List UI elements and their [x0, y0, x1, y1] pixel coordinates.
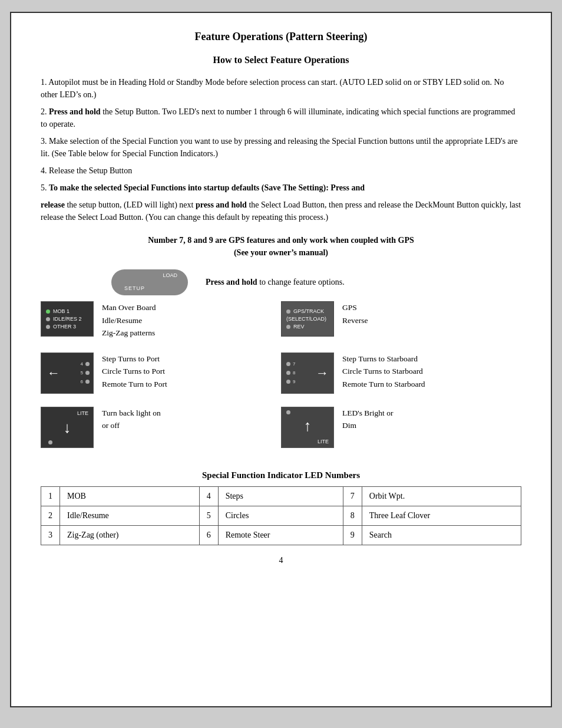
indicator-title: Special Function Indicator LED Numbers	[41, 470, 521, 480]
other-label: OTHER 3	[53, 324, 76, 330]
mob-button-box: MOB 1 IDLE/RES 2 OTHER 3	[41, 301, 94, 337]
table-row-1: 1 MOB 4 Steps 7 Orbit Wpt.	[41, 486, 521, 506]
mob-row: MOB 1	[46, 308, 88, 314]
feature-right-led-bright: ↑ LITE LED's Bright orDim	[281, 407, 521, 448]
starboard-dots: 7 8 9	[286, 361, 295, 384]
port-led-6	[85, 380, 90, 384]
cell-7-num: 7	[343, 486, 362, 506]
step-3-num: 3.	[41, 137, 47, 146]
port-dot-5-label: 5	[81, 370, 83, 375]
table-row-2: 2 Idle/Resume 5 Circles 8 Three Leaf Clo…	[41, 506, 521, 525]
stbd-led-9	[286, 380, 290, 384]
gpstrack-row: GPS/TRACK	[286, 308, 329, 314]
page-title: Feature Operations (Pattern Steering)	[41, 31, 521, 43]
step-5: 5. To make the selected Special Function…	[41, 182, 521, 194]
mob-led	[46, 309, 50, 314]
port-dots: 4 5 6	[81, 361, 90, 384]
step-3: 3. Make selection of the Special Functio…	[41, 135, 521, 160]
gps-note: Number 7, 8 and 9 are GPS features and o…	[41, 234, 521, 259]
cell-7-val: Orbit Wpt.	[362, 486, 521, 506]
cell-3-num: 3	[41, 525, 60, 545]
step-5-release: release	[41, 200, 65, 209]
feature-row-3: LITE ↓ Turn back light onor off ↑ LITE	[41, 407, 521, 448]
setup-button-image: LOAD SETUP	[111, 269, 188, 295]
stbd-led-7	[286, 362, 290, 366]
feature-right-starboard: 7 8 9 → Step Turns to Starbo	[281, 353, 521, 394]
selectload-row: (SELECT/LOAD)	[286, 316, 329, 322]
up-arrow-icon: ↑	[304, 417, 312, 435]
cell-4-num: 4	[199, 486, 218, 506]
rev-row: REV	[286, 324, 329, 330]
cell-9-num: 9	[343, 525, 362, 545]
rev-label: REV	[293, 324, 305, 330]
mob-label: MOB 1	[53, 308, 70, 314]
setup-label: SETUP	[124, 285, 145, 291]
rev-led	[286, 325, 290, 329]
step-5-text-after: the setup button, (LED will light) next	[67, 200, 196, 209]
features-grid: MOB 1 IDLE/RES 2 OTHER 3 Man Over BoardI…	[41, 301, 521, 461]
cell-4-val: Steps	[218, 486, 343, 506]
table-row-3: 3 Zig-Zag (other) 6 Remote Steer 9 Searc…	[41, 525, 521, 545]
cell-2-val: Idle/Resume	[60, 506, 200, 525]
port-button-box: ← 4 5 6	[41, 353, 94, 394]
section-title: How to Select Feature Operations	[41, 55, 521, 65]
bright-led-dot	[286, 410, 290, 414]
step-4-text: Release the Setup Button	[49, 166, 132, 175]
cell-3-val: Zig-Zag (other)	[60, 525, 200, 545]
port-led-4	[85, 362, 90, 366]
cell-6-val: Remote Steer	[218, 525, 343, 545]
idle-row: IDLE/RES 2	[46, 316, 88, 322]
gps-feature-text: GPSReverse	[342, 301, 368, 327]
step-4: 4. Release the Setup Button	[41, 164, 521, 177]
cell-1-num: 1	[41, 486, 60, 506]
lite-feature-text: Turn back light onor off	[102, 407, 161, 432]
cell-9-val: Search	[362, 525, 521, 545]
gpstrack-label: GPS/TRACK	[293, 308, 324, 314]
feature-left-mob: MOB 1 IDLE/RES 2 OTHER 3 Man Over BoardI…	[41, 301, 281, 340]
cell-6-num: 6	[199, 525, 218, 545]
right-arrow-icon: →	[313, 365, 329, 381]
stbd-dot-8-label: 8	[293, 370, 295, 375]
gps-note-line2: (See your owner’s manual)	[41, 246, 521, 259]
step-5-bold-start: To make the selected Special Functions i…	[49, 183, 365, 192]
led-bright-feature-text: LED's Bright orDim	[342, 407, 393, 432]
lite-button-box: LITE ↓	[41, 407, 94, 448]
indicator-table: 1 MOB 4 Steps 7 Orbit Wpt. 2 Idle/Resume…	[41, 486, 521, 545]
step-2-bold: Press and hold	[49, 107, 101, 116]
port-led-5	[85, 371, 90, 375]
step-1: 1. Autopilot must be in Heading Hold or …	[41, 76, 521, 101]
cell-2-num: 2	[41, 506, 60, 525]
cell-8-num: 8	[343, 506, 362, 525]
cell-5-val: Circles	[218, 506, 343, 525]
load-label: LOAD	[163, 272, 177, 278]
step-1-num: 1.	[41, 78, 47, 87]
step-5-cont: release the setup button, (LED will ligh…	[41, 199, 521, 223]
led-bright-button-box: ↑ LITE	[281, 407, 334, 448]
gps-note-line1: Number 7, 8 and 9 are GPS features and o…	[41, 234, 521, 246]
other-led	[46, 325, 50, 329]
cell-8-val: Three Leaf Clover	[362, 506, 521, 525]
step-2: 2. Press and hold the Setup Button. Two …	[41, 106, 521, 130]
press-hold-text: Press and hold to change feature options…	[206, 278, 345, 287]
stbd-dot-9-label: 9	[293, 379, 295, 384]
step-4-num: 4.	[41, 166, 47, 175]
gpstrack-led	[286, 309, 290, 314]
page: Feature Operations (Pattern Steering) Ho…	[10, 12, 552, 707]
step-3-text: Make selection of the Special Function y…	[41, 137, 518, 158]
stbd-dot-7-label: 7	[293, 361, 295, 367]
lite-label-bottom: LITE	[318, 439, 329, 444]
idle-led	[46, 317, 50, 321]
left-arrow-icon: ←	[45, 365, 60, 381]
feature-right-gps: GPS/TRACK (SELECT/LOAD) REV GPSReverse	[281, 301, 521, 337]
step-2-num: 2.	[41, 107, 47, 116]
feature-left-port: ← 4 5 6	[41, 353, 281, 394]
stbd-led-8	[286, 371, 290, 375]
setup-area: LOAD SETUP Press and hold to change feat…	[111, 269, 521, 295]
step-5-num: 5.	[41, 183, 47, 192]
step-1-text: Autopilot must be in Heading Hold or Sta…	[41, 78, 504, 99]
gps-button-box: GPS/TRACK (SELECT/LOAD) REV	[281, 301, 334, 337]
idle-label: IDLE/RES 2	[53, 316, 82, 322]
port-dot-4-label: 4	[81, 361, 83, 367]
cell-5-num: 5	[199, 506, 218, 525]
port-dot-6-label: 6	[81, 379, 83, 384]
